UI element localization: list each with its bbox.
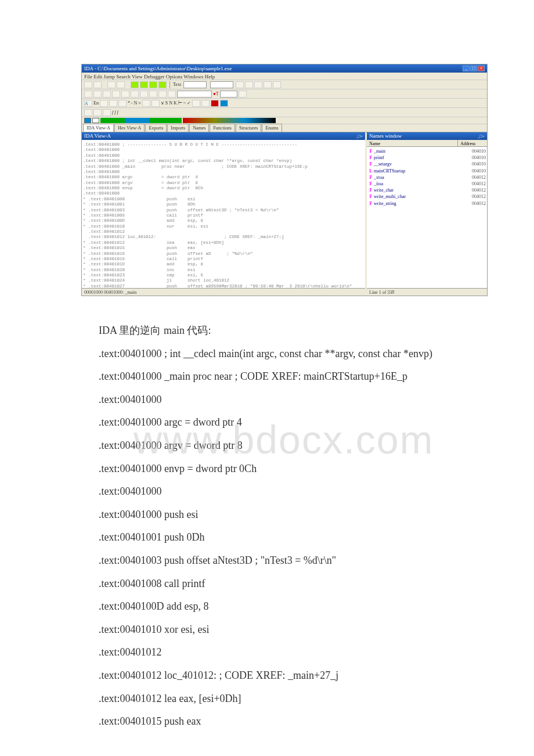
toolbar-btn[interactable]	[84, 109, 92, 116]
toolbar-btn[interactable]	[151, 100, 160, 107]
toolbar-btn[interactable]	[158, 91, 167, 98]
minimize-button[interactable]: _	[463, 66, 470, 71]
toolbar-combo[interactable]	[220, 91, 237, 98]
menu-bar[interactable]: File Edit Jump Search View Debugger Opti…	[82, 73, 487, 80]
names-col-name[interactable]: Name	[367, 140, 458, 146]
name-type-icon: F	[368, 187, 374, 193]
toolbar-btn[interactable]	[168, 91, 176, 98]
name-label: write_multi_char	[374, 193, 457, 200]
toolbar-btn[interactable]	[236, 81, 244, 88]
toolbar-btn[interactable]	[118, 100, 127, 107]
ida-view-title-bar: IDA View-A _□×	[82, 132, 365, 140]
code-line: .text:0040100D add esp, 8	[99, 595, 470, 618]
name-label: _itoa	[374, 181, 457, 187]
tab-imports[interactable]: Imports	[167, 124, 189, 132]
names-row[interactable]: LmainCRTStartup004010	[368, 168, 486, 174]
code-line: .text:00401000 envp = dword ptr 0Ch	[99, 458, 470, 481]
output-panel[interactable]: Executing function 'main'... Compiling f…	[82, 295, 487, 296]
code-line: .text:00401012 loc_401012: ; CODE XREF: …	[99, 664, 470, 687]
code-line: .text:00401012 lea eax, [esi+0Dh]	[99, 687, 470, 711]
toolbar-btn[interactable]	[140, 81, 148, 88]
tab-functions[interactable]: Functions	[210, 124, 235, 132]
article-body: IDA 里的逆向 main 代码: .text:00401000 ; int _…	[99, 319, 470, 733]
name-label: write_char	[374, 187, 457, 193]
names-title: Names window	[369, 132, 402, 140]
code-line: .text:00401008 call printf	[99, 573, 470, 596]
names-list[interactable]: F_main004010Fprintf004010F__setargv00401…	[367, 147, 487, 288]
toolbar-btn[interactable]	[211, 100, 219, 107]
name-label: mainCRTStartup	[374, 168, 457, 174]
name-address: 004010	[457, 168, 486, 174]
name-type-icon: F	[368, 154, 374, 161]
toolbar-btn[interactable]	[131, 81, 139, 88]
panel-close[interactable]: ×	[482, 134, 485, 139]
toolbar-btn[interactable]	[103, 91, 111, 98]
names-header: Name Address	[367, 140, 487, 147]
tab-structures[interactable]: Structures	[236, 124, 261, 132]
code-line: .text:00401003 push offset aNtest3D ; "n…	[99, 549, 470, 573]
toolbar-btn[interactable]	[140, 91, 148, 98]
toolbar-btn[interactable]	[112, 91, 120, 98]
toolbar-dropdown[interactable]	[210, 81, 233, 88]
code-line: .text:00401000 ; int __cdecl main(int ar…	[99, 343, 470, 366]
toolbar-btn[interactable]: A	[84, 100, 92, 107]
toolbar-btn[interactable]	[107, 81, 116, 88]
name-label: printf	[374, 154, 457, 161]
toolbar-btn[interactable]	[121, 91, 129, 98]
toolbar-btn[interactable]	[245, 81, 253, 88]
toolbar-btn[interactable]	[264, 81, 272, 88]
toolbar-btn[interactable]	[131, 91, 139, 98]
toolbar-btn[interactable]	[93, 81, 102, 88]
toolbar-btn[interactable]	[192, 100, 200, 107]
names-row[interactable]: Fprintf004010	[368, 154, 486, 161]
toolbar-btn[interactable]	[149, 81, 157, 88]
toolbar-row-4: f f f	[82, 108, 487, 117]
name-type-icon: F	[368, 174, 374, 181]
toolbar-btn[interactable]	[103, 109, 111, 116]
tab-hex-view[interactable]: Hex View-A	[114, 124, 145, 132]
toolbar-btn[interactable]	[100, 100, 108, 107]
debug-icon[interactable]: ●T	[213, 91, 219, 97]
toolbar-dropdown[interactable]	[183, 81, 207, 88]
name-type-icon: F	[368, 161, 374, 167]
toolbar-btn[interactable]	[142, 100, 150, 107]
names-row[interactable]: F_main004010	[368, 148, 486, 154]
toolbar-btn[interactable]	[84, 81, 92, 88]
toolbar-btn[interactable]	[109, 100, 117, 107]
code-line: .text:00401000 argv = dword ptr 8	[99, 434, 470, 458]
ida-view-footer: 00001000 00401000: _main	[82, 288, 365, 295]
maximize-button[interactable]: □	[470, 66, 477, 71]
toolbar-btn[interactable]	[93, 109, 102, 116]
name-label: __setargv	[374, 161, 457, 167]
tab-names[interactable]: Names	[189, 124, 209, 132]
names-row[interactable]: F__setargv004010	[368, 161, 486, 167]
name-label: write_string	[374, 200, 457, 207]
tab-enums[interactable]: Enums	[262, 124, 282, 132]
toolbar-btn[interactable]	[201, 100, 210, 107]
names-row[interactable]: F_itoa004012	[368, 181, 486, 187]
names-row[interactable]: F_xtoa004012	[368, 174, 486, 181]
toolbar-btn[interactable]	[220, 100, 228, 107]
code-line: .text:00401000 _main proc near ; CODE XR…	[99, 365, 470, 388]
names-row[interactable]: Fwrite_string004012	[368, 200, 486, 207]
tab-ida-view[interactable]: IDA View-A	[83, 124, 114, 132]
toolbar-btn[interactable]	[84, 91, 92, 98]
toolbar-combo[interactable]	[177, 91, 212, 98]
names-col-addr[interactable]: Address	[458, 140, 487, 146]
toolbar-btn[interactable]	[273, 81, 281, 88]
ida-screenshot: IDA - C:\Documents and Settings\Administ…	[81, 64, 488, 296]
names-row[interactable]: Fwrite_multi_char004012	[368, 193, 486, 200]
names-row[interactable]: Fwrite_char004012	[368, 187, 486, 193]
toolbar-btn[interactable]	[254, 81, 262, 88]
disassembly-code[interactable]: .text:00401000 ; --------------- S U B R…	[82, 140, 365, 288]
toolbar-btn[interactable]	[93, 91, 102, 98]
code-line: .text:00401012	[99, 641, 470, 664]
close-button[interactable]: ×	[478, 66, 485, 71]
panel-close[interactable]: ×	[360, 134, 363, 139]
tab-exports[interactable]: Exports	[145, 124, 167, 132]
toolbar-btn[interactable]	[117, 81, 125, 88]
toolbar-btn[interactable]	[158, 81, 167, 88]
toolbar-btn[interactable]	[239, 91, 247, 98]
toolbar-btn[interactable]	[149, 91, 157, 98]
name-label: _xtoa	[374, 174, 457, 181]
